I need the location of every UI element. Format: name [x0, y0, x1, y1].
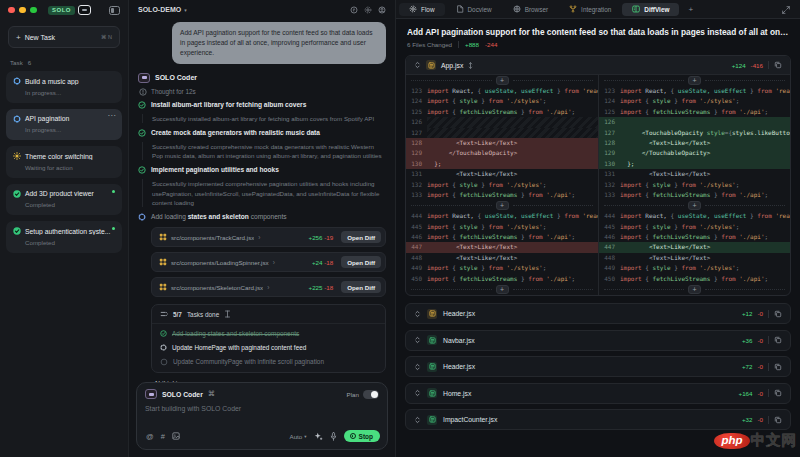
diff-line: 127 — [406, 128, 598, 138]
collapsed-file-row[interactable]: Header.jsx +72 -0 — [405, 356, 791, 377]
check-circle-icon — [138, 101, 146, 109]
expand-context-button[interactable]: + — [688, 201, 701, 210]
project-selector[interactable]: SOLO-DEMO — [138, 6, 181, 13]
diff-line: 132 import { style } from './styles'; — [406, 180, 598, 190]
diff-file-header[interactable]: App.jsx +124 -416 — [406, 56, 790, 75]
expand-collapse-icon[interactable] — [414, 363, 421, 371]
tab-docview[interactable]: Docview — [446, 3, 502, 16]
avatar-icon[interactable] — [378, 6, 386, 14]
tasks-panel-header[interactable]: 5/7 Tasks done — [152, 305, 385, 324]
diff-line: 124 import { style } from './styles'; — [599, 96, 790, 106]
task-card[interactable]: Build a music app In progress... — [6, 71, 122, 103]
diff-line: 129 </TouchableOpacity> — [599, 148, 790, 158]
hashtag-icon[interactable]: # — [161, 432, 165, 441]
file-chip[interactable]: src/components/TrackCard.jsx › +256 -19 … — [151, 227, 386, 247]
file-icon — [427, 388, 437, 398]
chat-icon[interactable] — [350, 6, 358, 14]
collapse-icon[interactable] — [224, 310, 231, 318]
expand-context-button[interactable]: + — [496, 285, 509, 294]
collapsed-file-row[interactable]: Home.jsx +164 -0 — [405, 383, 791, 404]
diff-line: 128 <Text>Like</Text> — [406, 138, 598, 148]
diff-file-card: App.jsx +124 -416 + 123 import React, { … — [405, 55, 791, 296]
expand-collapse-icon[interactable] — [414, 310, 421, 318]
sun-icon — [13, 152, 21, 160]
fullscreen-icon[interactable] — [782, 6, 790, 14]
split-diff: + 123 import React, { useState, useEffec… — [406, 75, 790, 295]
file-path: src/components/TrackCard.jsx — [171, 234, 254, 241]
copy-icon[interactable] — [774, 336, 782, 344]
stop-button[interactable]: Stop — [344, 430, 380, 442]
tab-browser[interactable]: Browser — [503, 3, 558, 16]
thought-icon — [139, 88, 147, 96]
check-circle-icon — [13, 227, 21, 235]
tasks-panel: 5/7 Tasks done Add loading states and sk… — [151, 304, 386, 373]
open-diff-button[interactable]: Open Diff — [341, 256, 381, 268]
diff-line: 133 import { fetchLiveStreams } from './… — [599, 190, 790, 200]
plan-label: Plan — [347, 391, 359, 398]
close-window-button[interactable] — [8, 7, 15, 14]
expand-collapse-icon[interactable] — [414, 336, 421, 344]
zoom-window-button[interactable] — [30, 7, 37, 14]
diff-line: 131 <Text>Like</Text> — [599, 169, 790, 179]
new-tab-button[interactable]: + — [680, 5, 701, 14]
diff-line: 445 import { style } from './styles'; — [599, 222, 790, 232]
diff-line: 128 <Text>Like</Text> — [599, 138, 790, 148]
collapsed-file-row[interactable]: Header.jsx +12 -0 — [405, 303, 791, 324]
open-diff-button[interactable]: Open Diff — [341, 231, 381, 243]
watermark: php 中文网 — [714, 431, 797, 450]
more-icon[interactable]: ⋯ — [108, 111, 117, 120]
agent-step: Install album-art library for fetching a… — [138, 101, 386, 123]
diff-line: 131 <Text>Like</Text> — [406, 169, 598, 179]
task-card[interactable]: Theme color switching Waiting for action — [6, 146, 122, 178]
expand-context-button[interactable]: + — [688, 76, 701, 85]
composer-input[interactable]: Start building with SOLO Coder — [137, 401, 387, 428]
mention-icon[interactable]: @ — [146, 432, 154, 441]
tasks-icon — [160, 310, 168, 318]
open-diff-button[interactable]: Open Diff — [341, 281, 381, 293]
mode-selector[interactable]: Auto ▾ — [290, 433, 307, 440]
image-icon[interactable] — [172, 432, 180, 440]
diff-line: 126 — [406, 117, 598, 127]
collapsed-file-row[interactable]: Navbar.jsx +36 -0 — [405, 330, 791, 351]
task-card[interactable]: Setup authentication syste... Completed — [6, 221, 122, 253]
plan-toggle[interactable] — [363, 390, 379, 399]
new-task-button[interactable]: + New Task ⌘ N — [8, 26, 120, 48]
settings-icon[interactable] — [364, 6, 372, 14]
copy-icon[interactable] — [774, 310, 782, 318]
expand-context-button[interactable]: + — [496, 201, 509, 210]
expand-collapse-icon[interactable] — [414, 416, 421, 424]
tab-flow[interactable]: Flow — [399, 3, 445, 16]
tab-diffview[interactable]: DiffView — [622, 3, 679, 16]
file-chip[interactable]: src/components/SkeletonCard.jsx › +225 -… — [151, 277, 386, 297]
copy-icon[interactable] — [774, 389, 782, 397]
diff-line: 127 <TouchableOpacity style={styles.like… — [599, 128, 790, 138]
expand-collapse-icon[interactable] — [414, 389, 421, 397]
expand-context-row: + — [599, 75, 790, 86]
diff-line: 124 import { style } from './styles'; — [406, 96, 598, 106]
sidebar-toggle-icon[interactable] — [109, 6, 120, 15]
file-icon — [426, 60, 436, 70]
expand-collapse-icon[interactable] — [414, 61, 421, 69]
spinner-icon — [13, 77, 21, 85]
file-chip[interactable]: src/components/LoadingSpinner.jsx › +24 … — [151, 252, 386, 272]
copy-icon[interactable] — [774, 416, 782, 424]
sort-icon[interactable] — [468, 62, 473, 69]
composer-title: SOLO Coder — [162, 391, 203, 398]
tab-integration[interactable]: Integration — [559, 3, 621, 16]
copy-icon[interactable] — [774, 61, 782, 69]
diff-line: 444 import React, { useState, useEffect … — [406, 211, 598, 221]
component-icon — [159, 258, 167, 266]
minimize-window-button[interactable] — [19, 7, 26, 14]
check-circle-icon — [13, 190, 21, 198]
microphone-icon[interactable] — [330, 432, 337, 441]
expand-context-button[interactable]: + — [688, 285, 701, 294]
php-logo: php — [714, 433, 749, 449]
collapsed-file-row[interactable]: ImpactCounter.jsx +32 -0 — [405, 409, 791, 430]
task-card[interactable]: API pagination In progress... ⋯ — [6, 109, 122, 141]
task-card[interactable]: Add 3D product viewer Completed — [6, 184, 122, 216]
expand-context-button[interactable]: + — [496, 76, 509, 85]
copy-icon[interactable] — [774, 363, 782, 371]
diff-title-block: Add API pagination support for the conte… — [396, 19, 800, 53]
thought-row[interactable]: Thought for 12s — [139, 88, 386, 96]
sparkle-icon[interactable] — [314, 432, 323, 441]
